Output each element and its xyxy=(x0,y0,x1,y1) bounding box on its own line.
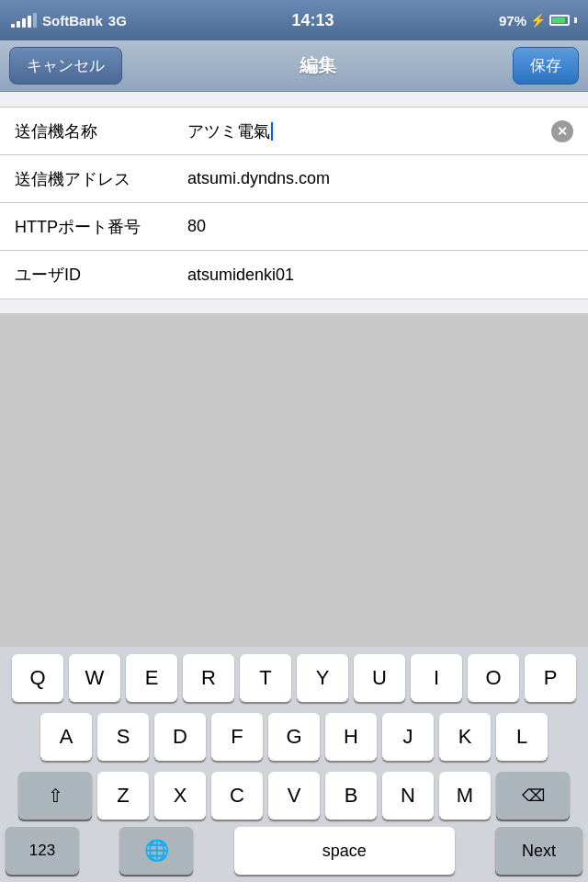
field-value-port[interactable]: 80 xyxy=(180,217,573,236)
clear-button-name[interactable]: ✕ xyxy=(551,120,573,142)
keyboard-row-1: Q W E R T Y U I O P xyxy=(0,647,588,706)
key-t[interactable]: T xyxy=(240,654,291,702)
key-d[interactable]: D xyxy=(154,713,206,761)
next-button[interactable]: Next xyxy=(495,827,582,875)
carrier-name: SoftBank xyxy=(42,13,103,28)
key-p[interactable]: P xyxy=(525,654,576,702)
signal-icon xyxy=(11,13,37,28)
nav-bar: キャンセル 編集 保存 xyxy=(0,40,588,92)
field-label-address: 送信機アドレス xyxy=(15,168,180,190)
key-k[interactable]: K xyxy=(439,713,491,761)
keyboard: Q W E R T Y U I O P A S D F G H J K L ⇧ … xyxy=(0,647,588,882)
field-value-address[interactable]: atsumi.dyndns.com xyxy=(180,169,573,188)
numbers-button[interactable]: 123 xyxy=(6,827,79,875)
key-u[interactable]: U xyxy=(354,654,405,702)
space-label: space xyxy=(322,842,367,861)
key-a[interactable]: A xyxy=(40,713,92,761)
key-c[interactable]: C xyxy=(211,772,263,820)
battery-info: 97% ⚡ xyxy=(499,13,577,28)
lightning-icon: ⚡ xyxy=(530,13,546,28)
key-s[interactable]: S xyxy=(97,713,149,761)
keyboard-row-3: ⇧ Z X C V B N M ⌫ xyxy=(0,764,588,823)
keyboard-row-4: 123 🌐 space Next xyxy=(0,823,588,882)
key-h[interactable]: H xyxy=(325,713,377,761)
next-label: Next xyxy=(522,842,556,861)
key-l[interactable]: L xyxy=(496,713,548,761)
delete-button[interactable]: ⌫ xyxy=(496,772,570,820)
save-button[interactable]: 保存 xyxy=(513,47,579,85)
battery-icon xyxy=(549,15,570,26)
key-e[interactable]: E xyxy=(126,654,177,702)
form-row-address[interactable]: 送信機アドレス atsumi.dyndns.com xyxy=(0,155,588,203)
key-g[interactable]: G xyxy=(268,713,320,761)
field-label-name: 送信機名称 xyxy=(15,120,180,142)
key-n[interactable]: N xyxy=(382,772,434,820)
globe-button[interactable]: 🌐 xyxy=(119,827,193,875)
key-z[interactable]: Z xyxy=(97,772,149,820)
shift-button[interactable]: ⇧ xyxy=(18,772,92,820)
battery-percent: 97% xyxy=(499,13,526,28)
carrier-info: SoftBank 3G xyxy=(11,13,127,28)
delete-icon: ⌫ xyxy=(522,786,545,806)
key-f[interactable]: F xyxy=(211,713,263,761)
page-title: 編集 xyxy=(300,53,336,78)
form-row-port[interactable]: HTTPポート番号 80 xyxy=(0,203,588,251)
key-r[interactable]: R xyxy=(183,654,234,702)
key-b[interactable]: B xyxy=(325,772,377,820)
key-w[interactable]: W xyxy=(69,654,120,702)
globe-icon: 🌐 xyxy=(144,839,169,863)
status-bar: SoftBank 3G 14:13 97% ⚡ xyxy=(0,0,588,40)
form-row-userid[interactable]: ユーザID atsumidenki01 xyxy=(0,251,588,299)
key-v[interactable]: V xyxy=(268,772,320,820)
network-type: 3G xyxy=(108,13,127,28)
key-o[interactable]: O xyxy=(468,654,519,702)
key-m[interactable]: M xyxy=(439,772,491,820)
status-time: 14:13 xyxy=(291,11,334,30)
shift-icon: ⇧ xyxy=(48,785,63,807)
key-x[interactable]: X xyxy=(154,772,206,820)
key-q[interactable]: Q xyxy=(12,654,63,702)
form-area: 送信機名称 アツミ電氣 ✕ 送信機アドレス atsumi.dyndns.com … xyxy=(0,92,588,313)
key-y[interactable]: Y xyxy=(297,654,348,702)
field-value-userid[interactable]: atsumidenki01 xyxy=(180,266,573,285)
key-j[interactable]: J xyxy=(382,713,434,761)
numbers-label: 123 xyxy=(29,842,55,860)
text-cursor xyxy=(271,122,273,141)
cancel-button[interactable]: キャンセル xyxy=(9,47,122,85)
form-group: 送信機名称 アツミ電氣 ✕ 送信機アドレス atsumi.dyndns.com … xyxy=(0,107,588,300)
field-value-name[interactable]: アツミ電氣 xyxy=(180,120,551,142)
field-label-userid: ユーザID xyxy=(15,264,180,286)
key-i[interactable]: I xyxy=(411,654,462,702)
keyboard-row-2: A S D F G H J K L xyxy=(0,706,588,764)
form-row-name[interactable]: 送信機名称 アツミ電氣 ✕ xyxy=(0,107,588,155)
space-button[interactable]: space xyxy=(234,827,455,875)
field-label-port: HTTPポート番号 xyxy=(15,216,180,238)
